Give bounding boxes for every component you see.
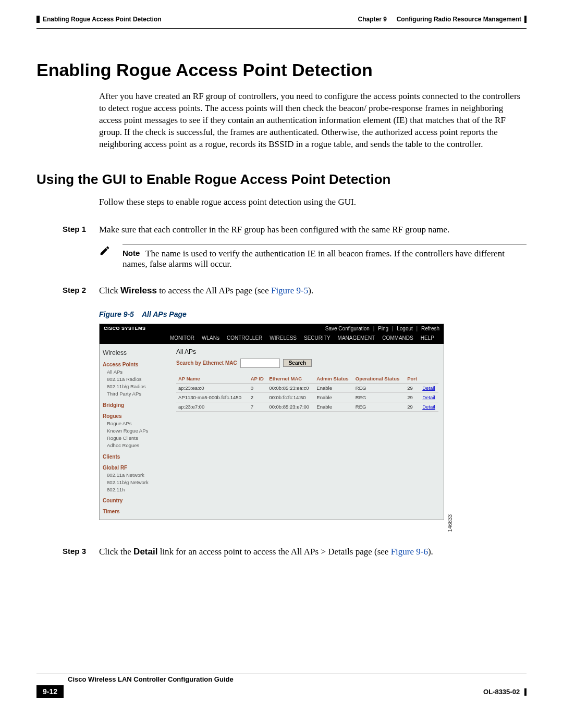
sidebar-item[interactable]: Rogue Clients: [107, 435, 168, 442]
menu-wlans[interactable]: WLANs: [202, 335, 219, 341]
step-1-text: Make sure that each controller in the RF…: [99, 224, 527, 236]
step-2-text: Click Wireless to access the All APs pag…: [99, 285, 527, 297]
menu-controller[interactable]: CONTROLLER: [227, 335, 262, 341]
menu-security[interactable]: SECURITY: [304, 335, 331, 341]
sidebar-item[interactable]: Third Party APs: [107, 390, 168, 398]
footer-bar-icon: [524, 688, 527, 696]
menu-help[interactable]: HELP: [421, 335, 434, 341]
section-intro: Follow these steps to enable rogue acces…: [99, 196, 527, 208]
sidebar-timers[interactable]: Timers: [103, 508, 168, 515]
step-label: Step 1: [63, 224, 89, 236]
sidebar-item[interactable]: 802.11b/g Radios: [107, 383, 168, 390]
document-number: OL-8335-02: [483, 688, 520, 696]
step-3-text: Click the Detail link for an access poin…: [99, 546, 527, 558]
step-label: Step 3: [63, 546, 89, 558]
figure-xref[interactable]: Figure 9-5: [271, 286, 308, 295]
header-left-text: Enabling Rogue Access Point Detection: [43, 16, 162, 23]
detail-link[interactable]: Detail: [422, 385, 435, 391]
sidebar-access-points[interactable]: Access Points: [103, 361, 168, 368]
sidebar: Wireless Access Points All APs 802.11a R…: [100, 344, 171, 520]
table-row: AP1130-ma5-000b.fcfc.1450 2 00:0b:fc:fc:…: [176, 392, 438, 402]
header-chapter-title: Configuring Radio Resource Management: [397, 16, 521, 23]
sidebar-bridging[interactable]: Bridging: [103, 401, 168, 409]
sidebar-item[interactable]: 802.11a Radios: [107, 376, 168, 383]
page-title: Enabling Rogue Access Point Detection: [36, 60, 527, 80]
note-label: Note: [123, 249, 143, 257]
sidebar-title: Wireless: [103, 348, 168, 357]
sidebar-country[interactable]: Country: [103, 497, 168, 504]
menu-wireless[interactable]: WIRELESS: [270, 335, 297, 341]
panel-title: All APs: [176, 348, 438, 355]
page-footer: Cisco Wireless LAN Controller Configurat…: [36, 673, 527, 698]
cisco-logo: CISCO SYSTEMS: [104, 326, 146, 331]
step-label: Step 2: [63, 285, 89, 297]
header-bar-icon: [524, 16, 527, 23]
top-utility-links: Save Configuration | Ping | Logout | Ref…: [323, 326, 439, 331]
search-button[interactable]: Search: [283, 359, 312, 367]
figure-xref[interactable]: Figure 9-6: [391, 547, 428, 557]
running-header: Enabling Rogue Access Point Detection Ch…: [36, 16, 527, 23]
col-ap-id: AP ID: [249, 374, 267, 384]
sidebar-item[interactable]: All APs: [107, 368, 168, 376]
col-admin-status: Admin Status: [314, 374, 353, 384]
col-eth-mac: Ethernet MAC: [267, 374, 314, 384]
save-config-link[interactable]: Save Configuration: [325, 326, 370, 331]
screenshot-all-aps: CISCO SYSTEMS Save Configuration | Ping …: [99, 324, 444, 521]
page-number: 9-12: [36, 685, 64, 698]
footer-guide-title: Cisco Wireless LAN Controller Configurat…: [68, 675, 527, 683]
menu-commands[interactable]: COMMANDS: [382, 335, 413, 341]
col-port: Port: [405, 374, 420, 384]
sidebar-global-rf[interactable]: Global RF: [103, 464, 168, 472]
section-heading: Using the GUI to Enable Rogue Access Poi…: [36, 171, 527, 188]
sidebar-item[interactable]: 802.11h: [107, 486, 168, 493]
sidebar-rogues[interactable]: Rogues: [103, 412, 168, 420]
top-menu: MONITOR WLANs CONTROLLER WIRELESS SECURI…: [100, 333, 444, 344]
note-text: The name is used to verify the authentic…: [123, 249, 505, 269]
detail-link[interactable]: Detail: [422, 394, 435, 400]
header-chapter: Chapter 9: [358, 16, 387, 23]
intro-paragraph: After you have created an RF group of co…: [99, 91, 527, 151]
figure-id-annotation: 146633: [447, 514, 453, 532]
sidebar-item[interactable]: Rogue APs: [107, 420, 168, 427]
col-ap-name: AP Name: [176, 374, 249, 384]
sidebar-item[interactable]: Adhoc Rogues: [107, 442, 168, 449]
ap-table: AP Name AP ID Ethernet MAC Admin Status …: [176, 374, 438, 412]
ping-link[interactable]: Ping: [378, 326, 388, 331]
detail-link[interactable]: Detail: [422, 404, 435, 410]
table-row: ap:23:e7:00 7 00:0b:85:23:e7:00 Enable R…: [176, 402, 438, 411]
sidebar-item[interactable]: 802.11b/g Network: [107, 479, 168, 486]
search-mac-input[interactable]: [240, 359, 280, 368]
header-bar-icon: [36, 16, 40, 23]
sidebar-clients[interactable]: Clients: [103, 453, 168, 461]
sidebar-item[interactable]: Known Rogue APs: [107, 427, 168, 435]
refresh-link[interactable]: Refresh: [421, 326, 439, 331]
sidebar-item[interactable]: 802.11a Network: [107, 472, 168, 479]
col-op-status: Operational Status: [353, 374, 405, 384]
menu-monitor[interactable]: MONITOR: [170, 335, 194, 341]
table-row: ap:23:ea:c0 0 00:0b:85:23:ea:c0 Enable R…: [176, 383, 438, 392]
note-pencil-icon: [99, 244, 112, 258]
figure-caption: Figure 9-5 All APs Page: [99, 310, 527, 318]
logout-link[interactable]: Logout: [397, 326, 413, 331]
menu-management[interactable]: MANAGEMENT: [338, 335, 375, 341]
search-label: Search by Ethernet MAC: [176, 360, 237, 366]
